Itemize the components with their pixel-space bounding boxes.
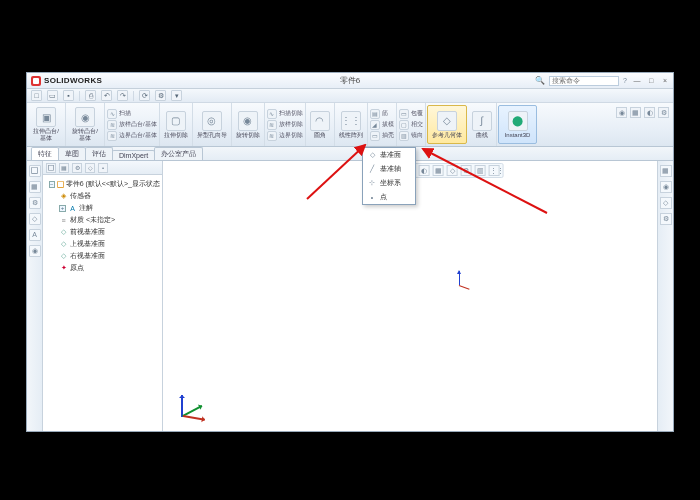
plane-icon: ◇ <box>59 252 68 261</box>
search-input[interactable] <box>549 76 619 86</box>
front-plane-label: 前视基准面 <box>70 227 105 237</box>
ribbon-tool-4[interactable]: ⚙ <box>658 107 669 118</box>
dropdown-plane[interactable]: ◇ 基准面 <box>363 148 415 162</box>
redo-button[interactable]: ↷ <box>117 90 128 101</box>
view-btn-5[interactable]: ◇ <box>447 165 458 176</box>
boundary-boss-button[interactable]: ≋边界凸台/基体 <box>107 131 157 141</box>
dropdown-button[interactable]: ▾ <box>171 90 182 101</box>
view-btn-4[interactable]: ▦ <box>433 165 444 176</box>
feature-tree: − 🞎 零件6 (默认<<默认>_显示状态 ◈ 传感器 + A 注解 ≡ 材质 … <box>43 175 162 431</box>
sweep-icon: ∿ <box>267 109 277 119</box>
hole-wizard-group[interactable]: ◎ 异型孔向导 <box>193 103 232 146</box>
rail-btn-4[interactable]: ◇ <box>29 213 41 225</box>
revolve-group[interactable]: ◉ 旋转凸台/基体 <box>66 103 105 146</box>
rail-btn-3[interactable]: ⚙ <box>29 197 41 209</box>
extrude-group[interactable]: ▣ 拉伸凸台/基体 <box>27 103 66 146</box>
ribbon-tool-3[interactable]: ◐ <box>644 107 655 118</box>
undo-button[interactable]: ↶ <box>101 90 112 101</box>
fm-tab-4[interactable]: ◇ <box>85 163 95 173</box>
ref-geometry-group[interactable]: ◇ 参考几何体 <box>427 105 467 144</box>
boundary-cut-button[interactable]: ≋边界切除 <box>267 131 303 141</box>
new-button[interactable]: □ <box>31 90 42 101</box>
feature-pane-tabs: 🞎 ▦ ⚙ ◇ • <box>43 161 162 175</box>
view-btn-6[interactable]: ⚙ <box>461 165 472 176</box>
fm-tab-2[interactable]: ▦ <box>59 163 69 173</box>
open-button[interactable]: ▭ <box>47 90 58 101</box>
fm-tab-3[interactable]: ⚙ <box>72 163 82 173</box>
dropdown-point[interactable]: • 点 <box>363 190 415 204</box>
right-rail-btn-4[interactable]: ⚙ <box>660 213 672 225</box>
right-rail-btn-2[interactable]: ◉ <box>660 181 672 193</box>
shell-button[interactable]: ▭抽壳 <box>370 131 394 141</box>
pattern-group[interactable]: ⋮⋮ 线性阵列 <box>335 103 368 146</box>
sensors-label: 传感器 <box>70 191 91 201</box>
ribbon-tool-2[interactable]: ▦ <box>630 107 641 118</box>
save-button[interactable]: ▪ <box>63 90 74 101</box>
tab-evaluate[interactable]: 评估 <box>85 147 113 160</box>
fm-tab-1[interactable]: 🞎 <box>46 163 56 173</box>
minimize-button[interactable]: — <box>633 77 641 85</box>
view-btn-7[interactable]: ▥ <box>475 165 486 176</box>
help-icon[interactable]: ? <box>623 77 627 84</box>
expand-icon[interactable]: + <box>59 205 66 212</box>
rebuild-button[interactable]: ⟳ <box>139 90 150 101</box>
loft-cut-button[interactable]: ≋放样切除 <box>267 120 303 130</box>
rib-button[interactable]: ▤筋 <box>370 109 394 119</box>
tree-root[interactable]: − 🞎 零件6 (默认<<默认>_显示状态 <box>45 178 160 190</box>
fillet-group[interactable]: ◠ 圆角 <box>306 103 335 146</box>
cut-revolve-group[interactable]: ◉ 旋转切除 <box>232 103 265 146</box>
fillet-label: 圆角 <box>314 132 326 139</box>
view-btn-8[interactable]: ⋮⋮ <box>489 165 500 176</box>
intersect-button[interactable]: ▢相交 <box>399 120 423 130</box>
rail-btn-5[interactable]: A <box>29 229 41 241</box>
swept-cut-button[interactable]: ∿扫描切除 <box>267 109 303 119</box>
wrap-button[interactable]: ▭包覆 <box>399 109 423 119</box>
draft-button[interactable]: ◢拔模 <box>370 120 394 130</box>
sweep-button[interactable]: ∿扫描 <box>107 109 157 119</box>
quick-access-toolbar: □ ▭ ▪ ⎙ ↶ ↷ ⟳ ⚙ ▾ <box>27 89 673 103</box>
search-icon: 🔍 <box>535 76 545 85</box>
instant3d-group[interactable]: ⬤ Instant3D <box>498 105 538 144</box>
x-axis-icon <box>459 285 470 290</box>
options-button[interactable]: ⚙ <box>155 90 166 101</box>
plane-label: 基准面 <box>380 150 401 160</box>
view-btn-3[interactable]: ◐ <box>419 165 430 176</box>
fm-tab-5[interactable]: • <box>98 163 108 173</box>
separator <box>133 91 134 101</box>
instant3d-label: Instant3D <box>505 132 531 139</box>
loft-boss-button[interactable]: ≋放样凸台/基体 <box>107 120 157 130</box>
rail-btn-1[interactable]: 🞎 <box>29 165 41 177</box>
tab-office[interactable]: 办公室产品 <box>154 147 203 160</box>
tab-dimxpert[interactable]: DimXpert <box>112 150 155 160</box>
maximize-button[interactable]: □ <box>647 77 655 85</box>
cut-extrude-group[interactable]: ▢ 拉伸切除 <box>160 103 193 146</box>
rail-btn-6[interactable]: ◉ <box>29 245 41 257</box>
left-task-rail: 🞎 ▦ ⚙ ◇ A ◉ <box>27 161 43 431</box>
tree-front-plane[interactable]: ◇ 前视基准面 <box>45 226 160 238</box>
dropdown-axis[interactable]: ╱ 基准轴 <box>363 162 415 176</box>
tree-top-plane[interactable]: ◇ 上视基准面 <box>45 238 160 250</box>
tree-material[interactable]: ≡ 材质 <未指定> <box>45 214 160 226</box>
expand-icon[interactable]: − <box>49 181 55 188</box>
curves-group[interactable]: ∫ 曲线 <box>468 103 497 146</box>
tree-right-plane[interactable]: ◇ 右视基准面 <box>45 250 160 262</box>
mirror-button[interactable]: ▥镜向 <box>399 131 423 141</box>
dropdown-coord[interactable]: ⊹ 坐标系 <box>363 176 415 190</box>
tree-annotations[interactable]: + A 注解 <box>45 202 160 214</box>
print-button[interactable]: ⎙ <box>85 90 96 101</box>
close-button[interactable]: × <box>661 77 669 85</box>
rail-btn-2[interactable]: ▦ <box>29 181 41 193</box>
ribbon-tool-1[interactable]: ◉ <box>616 107 627 118</box>
command-search: 🔍 ? <box>535 76 627 86</box>
tree-sensors[interactable]: ◈ 传感器 <box>45 190 160 202</box>
document-title: 零件6 <box>340 75 360 86</box>
mirror-icon: ▥ <box>399 131 409 141</box>
right-rail-btn-3[interactable]: ◇ <box>660 197 672 209</box>
tab-sketch[interactable]: 草图 <box>58 147 86 160</box>
origin-icon: ✦ <box>59 264 68 273</box>
tab-features[interactable]: 特征 <box>31 147 59 160</box>
right-rail-btn-1[interactable]: ▦ <box>660 165 672 177</box>
tree-origin[interactable]: ✦ 原点 <box>45 262 160 274</box>
hole-label: 异型孔向导 <box>197 132 227 139</box>
plane-icon: ◇ <box>59 228 68 237</box>
